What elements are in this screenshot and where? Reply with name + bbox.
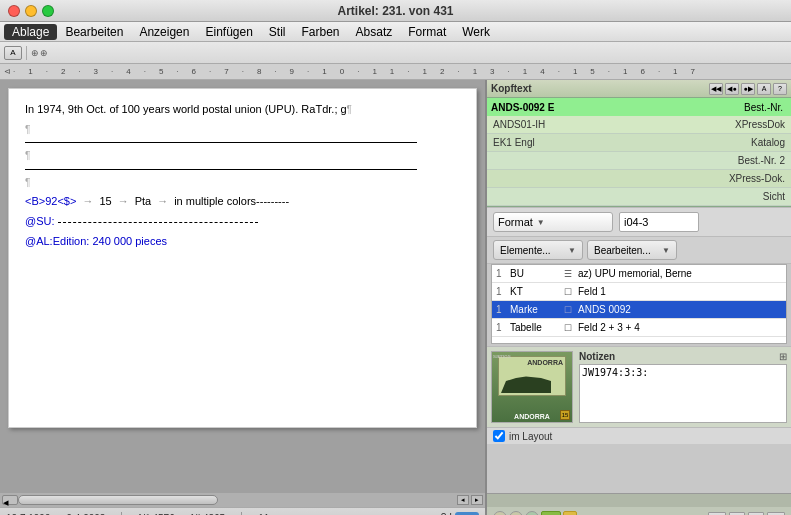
menu-bearbeiten[interactable]: Bearbeiten — [57, 24, 131, 40]
nav-next-bullet[interactable]: ●▶ — [741, 83, 755, 95]
doc-line-3: ¶ — [25, 147, 460, 165]
status-icon-help[interactable]: ? — [441, 512, 447, 516]
elements-section: Elemente... ▼ Bearbeiten... ▼ — [487, 237, 791, 264]
toolbar-btn-1[interactable]: A — [4, 46, 22, 60]
menu-bar: Ablage Bearbeiten Anzeigen Einfügen Stil… — [0, 22, 791, 42]
doc-al-line: @AL:Edition: 240 000 pieces — [25, 233, 460, 251]
field-row-sicht: Sicht — [487, 188, 791, 206]
status-icon-warn[interactable]: ! — [449, 512, 452, 516]
fields-area: ANDS-0092 E Best.-Nr. ANDS01-IH XPressDo… — [487, 98, 791, 207]
scroll-page-left[interactable]: ◂ — [457, 495, 469, 505]
tool-icon-2[interactable] — [509, 511, 523, 515]
document-page[interactable]: In 1974, 9th Oct. of 100 years world pos… — [8, 88, 477, 428]
field-row-ands01: ANDS01-IH XPressDok — [487, 116, 791, 134]
format-dropdown[interactable]: Format ▼ — [493, 212, 613, 232]
notes-expand-icon[interactable]: ⊞ — [779, 351, 787, 362]
format-value-input[interactable] — [619, 212, 699, 232]
scroll-nav-right: ◂ ▸ — [457, 495, 483, 505]
main-toolbar: A ⊕⊕ — [0, 42, 791, 64]
status-divider-2 — [241, 512, 242, 516]
scroll-thumb[interactable] — [18, 495, 218, 505]
right-bottom: ▶ ⊲⊲ ◀ ▶ ▶▶ — [487, 493, 791, 515]
maximize-button[interactable] — [42, 5, 54, 17]
elements-dropdown[interactable]: Elemente... ▼ — [493, 240, 583, 260]
window-title: Artikel: 231. von 431 — [337, 4, 453, 18]
notes-label: Notizen — [579, 351, 615, 362]
notes-area: ANDORRA ANDORRA 15 samos Notizen ⊞ — [487, 346, 791, 427]
notes-content: Notizen ⊞ — [579, 351, 787, 423]
menu-einfuegen[interactable]: Einfügen — [197, 24, 260, 40]
elements-list: 1 BU ☰ az) UPU memorial, Berne 1 KT ☐ Fe… — [491, 264, 787, 344]
nav-help[interactable]: ? — [773, 83, 787, 95]
document-panel: In 1974, 9th Oct. of 100 years world pos… — [0, 80, 487, 493]
right-panel: Kopftext ◀◀ ◀● ●▶ A ? ANDS-0092 E Best.-… — [487, 80, 791, 493]
bottom-area: ◂ ◂ ▸ 12.7.1999 9.4.2003 N° 4576 Ni 4365… — [0, 493, 791, 515]
close-button[interactable] — [8, 5, 20, 17]
format-label: Format — [498, 216, 533, 228]
im-layout-checkbox[interactable] — [493, 430, 505, 442]
tool-icon-3[interactable] — [525, 511, 539, 515]
status-icons: ? ! ⊲⊳ — [441, 512, 479, 516]
field-row-xpress: XPress-Dok. — [487, 170, 791, 188]
elements-dropdown-arrow: ▼ — [568, 246, 576, 255]
doc-line-2: ¶ — [25, 121, 460, 139]
im-layout-row: im Layout — [487, 427, 791, 444]
tool-icon-4[interactable] — [563, 511, 577, 515]
notes-textarea[interactable] — [579, 364, 787, 423]
status-bar: 12.7.1999 9.4.2003 N° 4576 Ni 4365 11 ? … — [0, 507, 485, 515]
minimize-button[interactable] — [25, 5, 37, 17]
nav-first[interactable]: ◀◀ — [709, 83, 723, 95]
nav-prev-bullet[interactable]: ◀● — [725, 83, 739, 95]
doc-su-line: @SU: — [25, 213, 460, 231]
elem-row-marke[interactable]: 1 Marke ☐ ANDS 0092 — [492, 301, 786, 319]
doc-code-line: <B>92<$> → 15 → Pta → in multiple colors… — [25, 193, 460, 211]
doc-hr-1 — [25, 142, 417, 143]
elem-icon-bu: ☰ — [564, 269, 572, 279]
elem-icon-tabelle: ☐ — [564, 323, 572, 333]
doc-line-1: In 1974, 9th Oct. of 100 years world pos… — [25, 101, 460, 119]
kopftext-label: Kopftext — [491, 83, 532, 94]
bearbeiten-dropdown-arrow: ▼ — [662, 246, 670, 255]
elem-icon-kt: ☐ — [564, 287, 572, 297]
nav-a[interactable]: A — [757, 83, 771, 95]
field-row-ands: ANDS-0092 E Best.-Nr. — [487, 98, 791, 116]
bearbeiten-dropdown[interactable]: Bearbeiten... ▼ — [587, 240, 677, 260]
field-row-ek1: EK1 Engl Katalog — [487, 134, 791, 152]
status-divider-1 — [121, 512, 122, 516]
main-area: In 1974, 9th Oct. of 100 years world pos… — [0, 80, 791, 493]
doc-hr-2 — [25, 169, 417, 170]
bottom-tool-icons: ▶ — [493, 511, 577, 515]
elem-row-kt[interactable]: 1 KT ☐ Feld 1 — [492, 283, 786, 301]
title-bar: Artikel: 231. von 431 — [0, 0, 791, 22]
menu-format[interactable]: Format — [400, 24, 454, 40]
right-bottom-nav: ▶ ⊲⊲ ◀ ▶ ▶▶ — [487, 507, 791, 515]
stamp-thumbnail: ANDORRA ANDORRA 15 samos — [491, 351, 573, 423]
elem-row-bu[interactable]: 1 BU ☰ az) UPU memorial, Berne — [492, 265, 786, 283]
format-dropdown-arrow: ▼ — [537, 218, 545, 227]
tool-icon-arrow[interactable]: ▶ — [541, 511, 561, 515]
menu-farben[interactable]: Farben — [294, 24, 348, 40]
elem-row-tabelle[interactable]: 1 Tabelle ☐ Feld 2 + 3 + 4 — [492, 319, 786, 337]
horizontal-scrollbar[interactable]: ◂ ◂ ▸ — [0, 493, 485, 507]
field-row-best2: Best.-Nr. 2 — [487, 152, 791, 170]
ruler: ⊲ ·1·2·3·4·5·6·7·8·9·10·11·12·13·14·15·1… — [0, 64, 791, 80]
doc-line-4: ¶ — [25, 174, 460, 192]
format-section: Format ▼ — [487, 207, 791, 237]
window-controls — [8, 5, 54, 17]
menu-ablage[interactable]: Ablage — [4, 24, 57, 40]
tool-icon-1[interactable] — [493, 511, 507, 515]
menu-absatz[interactable]: Absatz — [348, 24, 401, 40]
menu-anzeigen[interactable]: Anzeigen — [131, 24, 197, 40]
scroll-page-right[interactable]: ▸ — [471, 495, 483, 505]
right-nav-buttons: ◀◀ ◀● ●▶ A ? — [709, 83, 787, 95]
status-page-icon[interactable]: ⊲⊳ — [455, 512, 479, 516]
menu-werk[interactable]: Werk — [454, 24, 498, 40]
scroll-left-btn[interactable]: ◂ — [2, 495, 18, 505]
elem-icon-marke: ☐ — [564, 305, 572, 315]
doc-bottom: ◂ ◂ ▸ 12.7.1999 9.4.2003 N° 4576 Ni 4365… — [0, 493, 487, 515]
im-layout-label: im Layout — [509, 431, 552, 442]
menu-stil[interactable]: Stil — [261, 24, 294, 40]
